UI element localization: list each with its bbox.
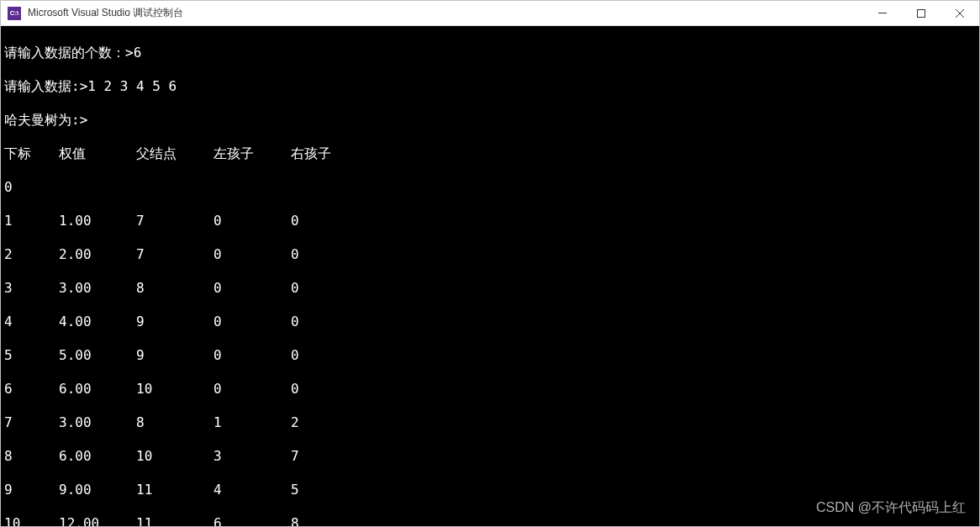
table-row: 44.00900 — [4, 314, 976, 330]
minimize-button[interactable] — [863, 1, 902, 25]
output-line: 请输入数据:>1 2 3 4 5 6 — [4, 78, 976, 95]
col-weight: 权值 — [59, 145, 136, 162]
titlebar[interactable]: C:\ Microsoft Visual Studio 调试控制台 — [1, 1, 979, 26]
maximize-icon — [917, 9, 925, 18]
col-left: 左孩子 — [213, 145, 291, 162]
minimize-icon — [878, 13, 887, 13]
tree-header: 下标权值父结点左孩子右孩子 — [4, 145, 976, 162]
console-window: C:\ Microsoft Visual Studio 调试控制台 请输入数据的… — [0, 0, 980, 527]
table-row: 33.00800 — [4, 280, 976, 297]
output-line: 请输入数据的个数：>6 — [4, 45, 976, 61]
table-row: 1012.001168 — [4, 515, 976, 526]
watermark: CSDN @不许代码码上红 — [816, 499, 966, 516]
svg-rect-0 — [878, 13, 887, 13]
table-row: 73.00812 — [4, 414, 976, 431]
app-icon: C:\ — [8, 7, 21, 20]
window-title: Microsoft Visual Studio 调试控制台 — [28, 6, 863, 20]
close-button[interactable] — [940, 1, 979, 25]
table-row: 66.001000 — [4, 381, 976, 398]
close-icon — [956, 9, 964, 18]
table-row: 22.00700 — [4, 246, 976, 263]
output-line: 0 — [4, 179, 976, 196]
table-row: 11.00700 — [4, 213, 976, 229]
maximize-button[interactable] — [902, 1, 940, 25]
window-controls — [863, 1, 979, 25]
svg-rect-1 — [918, 9, 925, 17]
col-index: 下标 — [4, 145, 59, 162]
console-output[interactable]: 请输入数据的个数：>6 请输入数据:>1 2 3 4 5 6 哈夫曼树为:> 下… — [1, 26, 979, 526]
col-parent: 父结点 — [136, 145, 213, 162]
table-row: 86.001037 — [4, 448, 976, 465]
col-right: 右孩子 — [291, 145, 368, 162]
table-row: 99.001145 — [4, 482, 976, 498]
table-row: 55.00900 — [4, 347, 976, 364]
output-line: 哈夫曼树为:> — [4, 112, 976, 129]
